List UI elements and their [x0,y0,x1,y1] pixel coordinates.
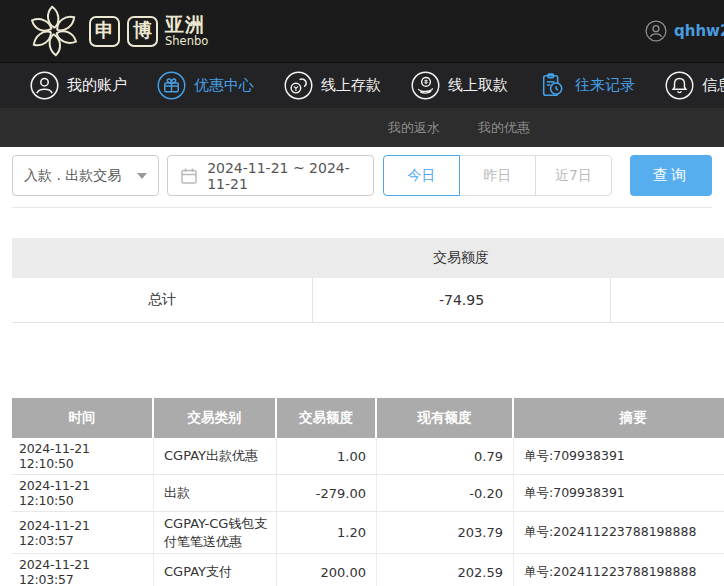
main-nav: 我的账户 优惠中心 线上存款 线上取款 [0,62,724,108]
calendar-icon [179,166,199,186]
cell-note: 单号:709938391 [514,475,724,511]
records-icon [538,71,567,100]
last-7-days-button[interactable]: 近7日 [535,155,612,196]
user-avatar-icon [645,20,667,42]
cell-note: 单号:202411223788198888 [514,512,724,553]
table-row: 2024-11-21 12:10:50 出款 -279.00 -0.20 单号:… [12,475,724,512]
brand-char-1: 申 [95,18,114,44]
cell-balance: -0.20 [377,475,514,511]
cell-time: 2024-11-21 12:03:57 [12,512,154,553]
chevron-down-icon [137,173,147,179]
nav-label: 我的账户 [67,76,127,95]
filter-row: 入款 . 出款交易 2024-11-21 ~ 2024-11-21 今日 昨日 … [12,155,712,196]
top-header: 申 博 亚洲 Shenbo qhhw2 [0,0,724,62]
nav-item-withdraw[interactable]: 线上取款 [411,71,508,100]
summary-header-row: 交易额度 [12,238,724,278]
flower-logo-icon [26,4,82,58]
column-header-type: 交易类别 [154,398,277,438]
bell-icon [665,71,694,100]
cell-amount: 1.20 [277,512,377,553]
summary-total-row: 总计 -74.95 [12,278,724,323]
username[interactable]: qhhw2 [674,22,724,40]
summary-total-empty [610,278,724,322]
column-header-amount: 交易额度 [277,398,377,438]
divider [12,207,712,208]
column-header-note: 摘要 [514,398,724,438]
brand-char-2: 博 [133,18,152,44]
column-header-time: 时间 [12,398,154,438]
gift-icon [157,71,186,100]
transaction-type-select[interactable]: 入款 . 出款交易 [12,155,159,196]
column-header-balance: 现有额度 [377,398,514,438]
cell-balance: 203.79 [377,512,514,553]
cell-note: 单号:709938391 [514,438,724,474]
table-row: 2024-11-21 12:03:57 CGPAY-CG钱包支付笔笔送优惠 1.… [12,512,724,554]
summary-header-amount: 交易额度 [312,238,610,278]
table-row: 2024-11-21 12:03:57 CGPAY支付 200.00 202.5… [12,554,724,586]
nav-item-promotions[interactable]: 优惠中心 [157,71,254,100]
brand-region: 亚洲 [165,15,208,35]
summary-total-label: 总计 [12,278,312,322]
content-area: 入款 . 出款交易 2024-11-21 ~ 2024-11-21 今日 昨日 … [0,155,724,586]
summary-header-empty [12,238,312,278]
cell-type: CGPAY出款优惠 [154,438,277,474]
date-range-value: 2024-11-21 ~ 2024-11-21 [207,160,362,192]
brand-char-box-2: 博 [127,16,158,47]
subnav-item-rebate[interactable]: 我的返水 [388,119,440,137]
table-row: 2024-11-21 12:10:50 CGPAY出款优惠 1.00 0.79 … [12,438,724,475]
summary-header-empty [610,238,724,278]
transactions-table: 时间 交易类别 交易额度 现有额度 摘要 2024-11-21 12:10:50… [12,398,724,586]
cell-time: 2024-11-21 12:10:50 [12,475,154,511]
deposit-icon [284,71,313,100]
nav-item-records[interactable]: 往来记录 [538,71,635,100]
query-button[interactable]: 查询 [630,155,712,196]
nav-label: 线上取款 [448,76,508,95]
nav-label: 往来记录 [575,76,635,95]
quick-range-group: 今日 昨日 近7日 [383,155,612,196]
user-icon [30,71,59,100]
cell-time: 2024-11-21 12:10:50 [12,438,154,474]
nav-label: 信息 [702,76,724,95]
today-button[interactable]: 今日 [383,155,460,196]
cell-amount: -279.00 [277,475,377,511]
cell-balance: 202.59 [377,554,514,586]
cell-type: CGPAY支付 [154,554,277,586]
cell-amount: 200.00 [277,554,377,586]
cell-balance: 0.79 [377,438,514,474]
nav-label: 线上存款 [321,76,381,95]
yesterday-button[interactable]: 昨日 [459,155,536,196]
cell-time: 2024-11-21 12:03:57 [12,554,154,586]
cell-type: 出款 [154,475,277,511]
summary-table: 交易额度 总计 -74.95 [12,238,724,323]
nav-label: 优惠中心 [194,76,254,95]
user-account[interactable]: qhhw2 [645,0,724,62]
transaction-type-value: 入款 . 出款交易 [24,167,121,185]
withdraw-icon [411,71,440,100]
nav-item-messages[interactable]: 信息 [665,71,724,100]
cell-note: 单号:202411223788198888 [514,554,724,586]
summary-total-value: -74.95 [312,278,610,322]
brand-logo[interactable]: 申 博 亚洲 Shenbo [26,4,208,58]
brand-subtitle: Shenbo [165,35,208,47]
subnav-item-promotions[interactable]: 我的优惠 [478,119,530,137]
date-range-input[interactable]: 2024-11-21 ~ 2024-11-21 [167,155,374,196]
nav-item-my-account[interactable]: 我的账户 [30,71,127,100]
nav-item-deposit[interactable]: 线上存款 [284,71,381,100]
transactions-header-row: 时间 交易类别 交易额度 现有额度 摘要 [12,398,724,438]
brand-char-box-1: 申 [89,16,120,47]
cell-amount: 1.00 [277,438,377,474]
sub-nav: 我的返水 我的优惠 [0,108,724,147]
cell-type: CGPAY-CG钱包支付笔笔送优惠 [154,512,277,553]
